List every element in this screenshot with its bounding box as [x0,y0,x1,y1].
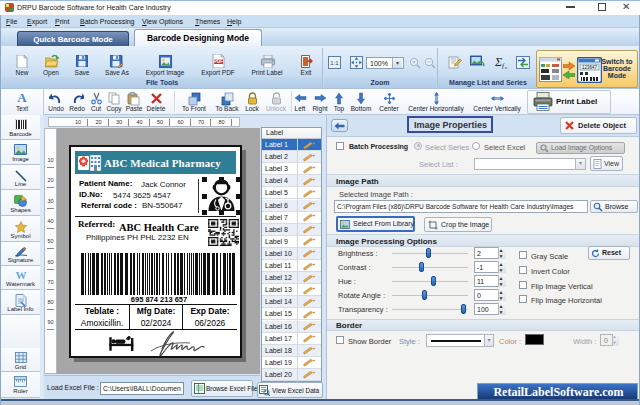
svg-text:Σ: Σ [494,55,502,69]
svg-text:PDF: PDF [214,59,223,64]
svg-text:1:1: 1:1 [330,60,339,66]
svg-text:x: x [505,65,507,70]
